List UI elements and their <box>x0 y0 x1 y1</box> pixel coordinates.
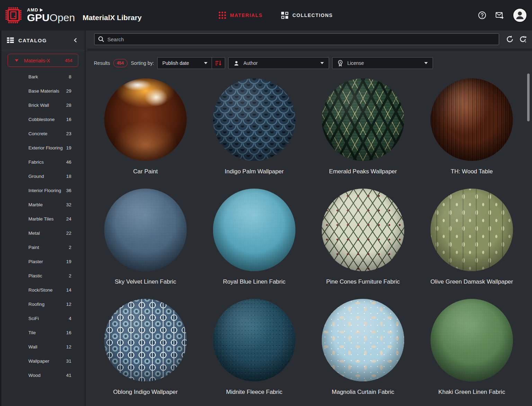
sidebar-item-bark[interactable]: Bark8 <box>1 70 85 84</box>
sidebar-item-wall[interactable]: Wall12 <box>1 340 85 354</box>
category-count: 24 <box>66 216 71 222</box>
sidebar-item-materials-x[interactable]: Materials-X 454 <box>8 54 78 67</box>
sidebar-item-cobblestone[interactable]: Cobblestone16 <box>1 112 85 127</box>
sort-field-select[interactable]: Publish date <box>158 58 212 69</box>
material-card[interactable]: Midnite Fleece Fabric <box>200 299 309 406</box>
sidebar-item-marble-tiles[interactable]: Marble Tiles24 <box>1 212 85 226</box>
sidebar-item-wood[interactable]: Wood41 <box>1 368 85 382</box>
material-name: Emerald Peaks Wallpaper <box>329 168 397 175</box>
tab-collections[interactable]: COLLECTIONS <box>281 11 333 19</box>
material-card[interactable]: Pine Cones Furniture Fabric <box>309 189 417 299</box>
category-label: Wall <box>28 344 66 349</box>
refresh-icon[interactable] <box>506 35 514 43</box>
material-card[interactable]: Sky Velvet Linen Fabric <box>91 189 200 299</box>
sidebar-item-exterior-flooring[interactable]: Exterior Flooring19 <box>1 141 85 155</box>
sidebar-item-wallpaper[interactable]: Wallpaper31 <box>1 354 85 368</box>
material-name: Magnolia Curtain Fabric <box>332 389 394 396</box>
materials-grid: Car Paint Indigo Palm Wallpaper Emerald … <box>91 78 532 406</box>
category-label: Plastic <box>28 273 69 278</box>
sidebar-item-interior-flooring[interactable]: Interior Flooring36 <box>1 183 85 198</box>
sidebar-item-plastic[interactable]: Plastic2 <box>1 269 85 283</box>
category-label: Marble Tiles <box>28 216 66 222</box>
category-count: 19 <box>66 145 71 150</box>
category-count: 32 <box>66 202 71 207</box>
material-card[interactable]: Indigo Palm Wallpaper <box>200 78 309 189</box>
help-icon[interactable] <box>478 11 486 19</box>
sidebar-item-scifi[interactable]: SciFi4 <box>1 311 85 326</box>
sidebar-item-paint[interactable]: Paint2 <box>1 240 85 254</box>
material-preview-sphere <box>431 78 513 161</box>
sidebar-item-rock-stone[interactable]: Rock/Stone14 <box>1 283 85 297</box>
tab-materials-label: MATERIALS <box>230 12 263 18</box>
gpuopen-chip-logo <box>5 7 22 24</box>
material-card[interactable]: Car Paint <box>91 78 200 189</box>
materials-x-label: Materials-X <box>24 58 50 63</box>
sidebar-item-roofing[interactable]: Roofing12 <box>1 297 85 311</box>
material-card[interactable]: Royal Blue Linen Fabric <box>200 189 309 299</box>
category-label: Bark <box>28 74 69 79</box>
sidebar-item-base-materials[interactable]: Base Materials29 <box>1 84 85 98</box>
category-label: Roofing <box>28 302 66 307</box>
license-badge-icon <box>337 60 343 67</box>
sidebar-item-marble[interactable]: Marble32 <box>1 198 85 212</box>
material-preview-sphere <box>213 299 295 381</box>
reset-history-icon[interactable] <box>519 35 527 43</box>
material-preview-sphere <box>431 189 513 271</box>
page-title: MaterialX Library <box>82 14 141 22</box>
sort-control-group: Publish date <box>157 57 225 69</box>
sidebar-item-concrete[interactable]: Concrete23 <box>1 127 85 141</box>
category-count: 28 <box>66 103 71 108</box>
vertical-scrollbar-thumb[interactable] <box>527 74 530 121</box>
search-row-shadow <box>87 49 532 51</box>
category-label: Ground <box>28 174 66 179</box>
material-card[interactable]: Olive Green Damask Wallpaper <box>417 189 526 299</box>
material-preview-sphere <box>213 78 295 161</box>
category-count: 41 <box>66 373 71 378</box>
collections-squares-icon <box>281 11 289 19</box>
category-count: 2 <box>69 245 71 250</box>
category-label: Brick Wall <box>28 103 66 108</box>
sort-descending-icon <box>215 60 222 67</box>
category-count: 22 <box>66 231 71 236</box>
sidebar-item-metal[interactable]: Metal22 <box>1 226 85 240</box>
search-input[interactable] <box>107 36 495 42</box>
author-person-icon <box>233 60 239 66</box>
material-card[interactable]: Magnolia Curtain Fabric <box>309 299 417 406</box>
category-count: 36 <box>66 188 71 193</box>
category-label: Wallpaper <box>28 359 66 364</box>
tab-collections-label: COLLECTIONS <box>292 12 333 18</box>
material-card[interactable]: Oblong Indigo Wallpaper <box>91 299 200 406</box>
material-preview-sphere <box>322 189 404 271</box>
main-nav: MATERIALS COLLECTIONS <box>218 0 333 31</box>
gpu-text: GPU <box>27 12 50 23</box>
person-icon <box>515 10 525 20</box>
sidebar-item-tile[interactable]: Tile16 <box>1 326 85 340</box>
material-card[interactable]: Khaki Green Linen Fabric <box>417 299 526 406</box>
collapse-sidebar-icon[interactable] <box>73 37 78 43</box>
category-count: 18 <box>66 174 71 179</box>
material-name: Car Paint <box>133 168 158 175</box>
category-count: 19 <box>66 259 71 264</box>
material-card[interactable]: Emerald Peaks Wallpaper <box>309 78 417 189</box>
materials-x-count: 454 <box>65 58 72 63</box>
tab-materials[interactable]: MATERIALS <box>218 11 263 19</box>
sidebar-item-ground[interactable]: Ground18 <box>1 169 85 183</box>
license-filter-select[interactable]: License <box>332 57 433 69</box>
app-header: AMD GPUOpen MaterialX Library MATE <box>0 0 532 31</box>
category-label: Marble <box>28 202 66 207</box>
sidebar-item-fabrics[interactable]: Fabrics46 <box>1 155 85 169</box>
material-card[interactable]: TH: Wood Table <box>417 78 526 189</box>
sort-direction-button[interactable] <box>212 58 225 69</box>
search-box[interactable] <box>94 33 499 45</box>
open-text: Open <box>50 12 75 23</box>
search-bar <box>87 31 532 49</box>
category-label: Base Materials <box>28 88 66 94</box>
category-count: 2 <box>69 273 71 278</box>
sidebar-item-brick-wall[interactable]: Brick Wall28 <box>1 98 85 112</box>
author-filter-select[interactable]: Author <box>228 57 329 69</box>
category-count: 12 <box>66 344 71 349</box>
mail-share-icon[interactable] <box>495 11 504 19</box>
materialx-library-page: AMD GPUOpen MaterialX Library MATE <box>0 0 532 406</box>
sidebar-item-plaster[interactable]: Plaster19 <box>1 254 85 269</box>
user-avatar[interactable] <box>513 8 527 23</box>
